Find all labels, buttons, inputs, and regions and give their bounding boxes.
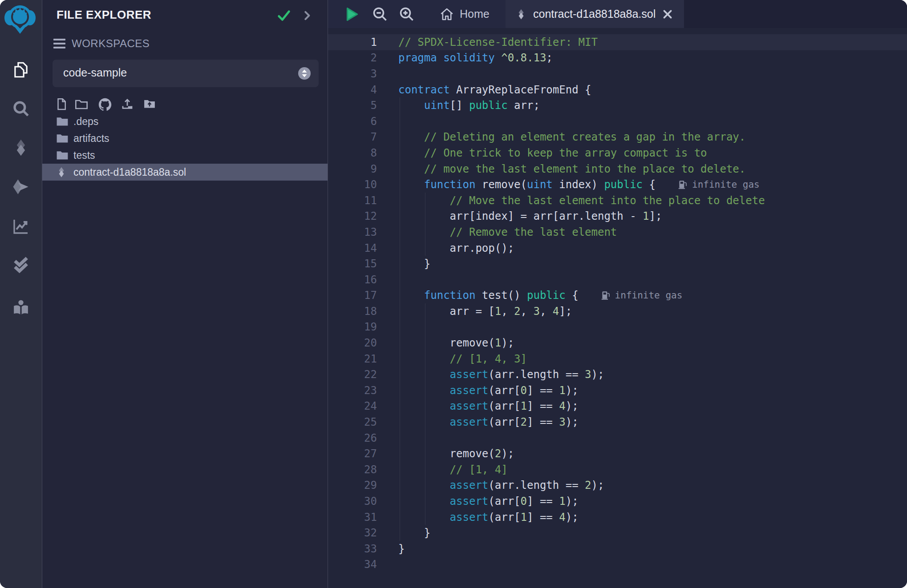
line-number[interactable]: 20 [328,337,377,349]
line-number[interactable]: 34 [328,558,377,571]
code-text: assert(arr[2] == 3); [377,416,579,428]
github-icon[interactable] [97,97,113,112]
line-number[interactable]: 11 [328,194,377,207]
code-line[interactable]: 8 // One trick to keep the array compact… [328,145,907,161]
workspaces-menu-icon[interactable] [53,37,67,51]
tab-contract-file[interactable]: contract-d1a8818a8a.sol [506,0,684,28]
line-number[interactable]: 27 [328,447,377,460]
line-number[interactable]: 13 [328,226,377,238]
learneth-icon[interactable] [11,298,31,318]
code-line[interactable]: 1// SPDX-License-Identifier: MIT [328,34,907,50]
code-line[interactable]: 13 // Remove the last element [328,224,907,240]
code-line[interactable]: 14 arr.pop(); [328,240,907,256]
accept-check-icon[interactable] [276,8,292,23]
line-number[interactable]: 28 [328,463,377,476]
line-number[interactable]: 5 [328,99,377,112]
line-number[interactable]: 1 [328,36,377,48]
code-line[interactable]: 29 assert(arr.length == 2); [328,478,907,494]
code-line[interactable]: 31 assert(arr[1] == 4); [328,509,907,525]
code-editor[interactable]: 1// SPDX-License-Identifier: MIT2pragma … [328,28,907,588]
line-number[interactable]: 4 [328,84,377,96]
line-number[interactable]: 3 [328,68,377,80]
code-line[interactable]: 20 remove(1); [328,335,907,351]
upload-file-icon[interactable] [121,97,136,112]
line-number[interactable]: 32 [328,527,377,539]
code-line[interactable]: 5 uint[] public arr; [328,97,907,113]
code-line[interactable]: 9 // move the last element into the plac… [328,161,907,177]
code-line[interactable]: 3 [328,66,907,82]
file-explorer-icon[interactable] [11,60,31,80]
remix-logo-icon[interactable] [4,3,36,36]
line-number[interactable]: 17 [328,289,377,302]
tab-home[interactable]: Home [429,0,506,28]
line-number[interactable]: 6 [328,115,377,128]
close-tab-icon[interactable] [662,8,673,20]
line-number[interactable]: 10 [328,178,377,191]
run-script-button[interactable] [342,5,361,24]
line-number[interactable]: 8 [328,147,377,159]
code-line[interactable]: 12 arr[index] = arr[arr.length - 1]; [328,209,907,225]
line-number[interactable]: 18 [328,305,377,318]
code-line[interactable]: 11 // Move the last element into the pla… [328,193,907,209]
zoom-out-icon[interactable] [371,5,389,24]
code-line[interactable]: 19 [328,319,907,335]
deploy-run-icon[interactable] [11,177,31,197]
line-number[interactable]: 15 [328,258,377,270]
workspace-select[interactable]: code-sample [53,60,319,87]
code-line[interactable]: 21 // [1, 4, 3] [328,351,907,367]
line-number[interactable]: 19 [328,321,377,333]
code-line[interactable]: 6 [328,113,907,129]
line-number[interactable]: 22 [328,368,377,381]
code-line[interactable]: 23 assert(arr[0] == 1); [328,383,907,399]
line-number[interactable]: 25 [328,416,377,428]
code-line[interactable]: 17 function test() public {infinite gas [328,288,907,304]
tree-row-folder[interactable]: .deps [42,113,328,130]
line-number[interactable]: 30 [328,495,377,507]
line-number[interactable]: 16 [328,274,377,286]
code-text: function test() public { [377,289,579,302]
code-line[interactable]: 24 assert(arr[1] == 4); [328,399,907,415]
code-line[interactable]: 28 // [1, 4] [328,462,907,478]
code-line[interactable]: 34 [328,557,907,573]
code-line[interactable]: 15 } [328,256,907,272]
analytics-icon[interactable] [11,217,31,236]
code-line[interactable]: 27 remove(2); [328,446,907,462]
solidity-compiler-icon[interactable] [11,138,31,157]
code-line[interactable]: 4contract ArrayReplaceFromEnd { [328,82,907,98]
code-line[interactable]: 25 assert(arr[2] == 3); [328,414,907,430]
line-number[interactable]: 33 [328,543,377,555]
line-number[interactable]: 7 [328,131,377,143]
code-line[interactable]: 30 assert(arr[0] == 1); [328,493,907,509]
line-number[interactable]: 23 [328,384,377,397]
code-line[interactable]: 10 function remove(uint index) public {i… [328,177,907,193]
line-number[interactable]: 21 [328,353,377,365]
tree-row-folder[interactable]: tests [42,147,328,164]
search-icon[interactable] [11,99,31,118]
code-line[interactable]: 22 assert(arr.length == 3); [328,366,907,383]
tree-row-folder[interactable]: artifacts [42,130,328,147]
new-file-icon[interactable] [55,97,70,112]
chevron-right-icon[interactable] [300,8,314,23]
code-text: assert(arr.length == 2); [377,479,604,491]
zoom-in-icon[interactable] [397,5,416,24]
line-number[interactable]: 9 [328,163,377,175]
code-line[interactable]: 7 // Deleting an element creates a gap i… [328,129,907,145]
code-line[interactable]: 18 arr = [1, 2, 3, 4]; [328,303,907,319]
line-number[interactable]: 24 [328,400,377,412]
code-line[interactable]: 2pragma solidity ^0.8.13; [328,50,907,66]
line-number[interactable]: 31 [328,511,377,524]
new-folder-icon[interactable] [74,97,89,112]
code-line[interactable]: 16 [328,272,907,288]
unit-testing-icon[interactable] [11,255,31,275]
line-number[interactable]: 26 [328,432,377,444]
line-number[interactable]: 14 [328,242,377,254]
tree-row-file[interactable]: contract-d1a8818a8a.sol [42,164,328,181]
upload-folder-icon[interactable] [143,97,158,112]
line-number[interactable]: 2 [328,52,377,64]
line-number[interactable]: 29 [328,479,377,491]
line-number[interactable]: 12 [328,210,377,222]
code-line[interactable]: 32 } [328,525,907,541]
code-line[interactable]: 33} [328,541,907,557]
tab-contract-label: contract-d1a8818a8a.sol [533,8,656,20]
code-line[interactable]: 26 [328,430,907,446]
